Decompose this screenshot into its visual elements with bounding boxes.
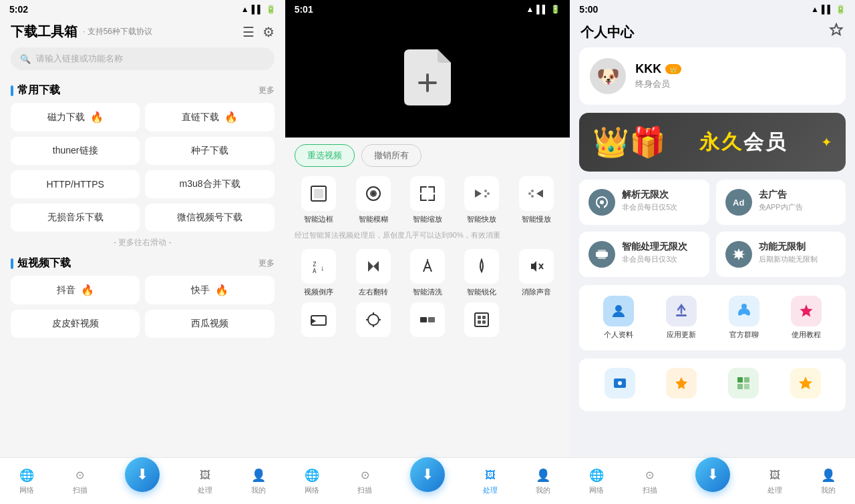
btn-pipixia-label: 皮皮虾视频	[52, 318, 99, 330]
tool-extra4[interactable]	[458, 302, 506, 340]
btn-xigua[interactable]: 西瓜视频	[145, 310, 274, 338]
qa-extra4[interactable]	[790, 368, 821, 402]
settings-icon[interactable]: ⚙	[263, 24, 275, 40]
tool-remove-audio[interactable]: 消除声音	[512, 249, 560, 297]
svg-rect-30	[428, 317, 435, 322]
feature-ad[interactable]: Ad 去广告 免APP内广告	[716, 180, 846, 225]
p1-content: 常用下载 更多 磁力下载 🔥 直链下载 🔥 thuner链接 种子下载 HTTP…	[0, 75, 285, 504]
qa-group[interactable]: 官方群聊	[715, 296, 773, 340]
tool-extra2[interactable]	[349, 302, 397, 340]
tool-smart-clean[interactable]: 智能清洗	[403, 249, 452, 297]
nav-scan-p2[interactable]: ⊙ 扫描	[357, 467, 373, 495]
tool-sharpen[interactable]: 智能锐化	[458, 249, 506, 297]
nav-process-p1[interactable]: 🖼 处理	[197, 467, 213, 495]
btn-torrent[interactable]: 种子下载	[145, 137, 274, 165]
btn-direct[interactable]: 直链下载 🔥	[145, 103, 274, 132]
nav-mine-p3[interactable]: 👤 我的	[820, 467, 836, 495]
reselect-video-btn[interactable]: 重选视频	[295, 144, 355, 167]
tool-flip[interactable]: 左右翻转	[349, 249, 397, 297]
nav-download-btn-p1[interactable]: ⬇	[125, 457, 160, 492]
group-label: 官方群聊	[729, 330, 759, 340]
feature-func[interactable]: 功能无限制 后期新功能无限制	[716, 232, 846, 277]
tool-smart-zoom[interactable]: 智能缩放	[403, 176, 452, 224]
tool-smart-slow[interactable]: 智能慢放	[512, 176, 560, 224]
svg-point-12	[531, 195, 534, 198]
btn-http[interactable]: HTTP/HTTPS	[11, 170, 140, 198]
short-video-more[interactable]: 更多	[259, 258, 275, 269]
qa-tutorial[interactable]: 使用教程	[778, 296, 835, 340]
btn-pipixia[interactable]: 皮皮虾视频	[11, 310, 140, 338]
btn-lossless-label: 无损音乐下载	[47, 212, 104, 224]
panel-personal-center: 5:00 ▲ ▌▌ 🔋 个人中心 🐶 KKK 👑 终身会员	[570, 0, 855, 504]
search-bar[interactable]: 🔍 请输入链接或功能名称	[11, 47, 275, 70]
status-icons-p1: ▲ ▌▌ 🔋	[241, 5, 276, 14]
tool-extra3[interactable]	[403, 302, 452, 340]
qa-extra1[interactable]	[605, 368, 635, 402]
tool-extra1[interactable]	[295, 302, 343, 340]
nav-scan-p3[interactable]: ⊙ 扫描	[642, 467, 658, 495]
feature-parse[interactable]: 解析无限次 非会员每日仅5次	[579, 180, 709, 225]
nav-download-btn-p2[interactable]: ⬇	[410, 457, 445, 492]
tutorial-label: 使用教程	[792, 330, 821, 340]
btn-lossless[interactable]: 无损音乐下载	[11, 204, 140, 232]
nav-download-btn-p3[interactable]: ⬇	[695, 457, 730, 492]
qa-profile[interactable]: 个人资料	[590, 296, 647, 340]
process-feat-desc: 非会员每日仅3次	[622, 254, 699, 264]
btn-kuaishou-icon: 🔥	[215, 284, 228, 296]
process-icon-p3: 🖼	[767, 467, 783, 483]
nav-network-p2[interactable]: 🌐 网络	[304, 467, 320, 495]
tool-grid-row1: 智能边框 智能模糊	[295, 176, 561, 224]
process-icon-p2: 🖼	[482, 467, 498, 483]
svg-rect-29	[420, 317, 427, 322]
tool-smart-border[interactable]: 智能边框	[295, 176, 343, 224]
tool-smart-blur[interactable]: 智能模糊	[349, 176, 397, 224]
extra3-icon	[410, 302, 445, 337]
svg-rect-49	[737, 384, 743, 389]
clipboard-icon[interactable]: ☰	[242, 24, 254, 40]
panel-download-toolbox: 5:02 ▲ ▌▌ 🔋 下载工具箱 · 支持56种下载协议 ☰ ⚙ 🔍 请输入链…	[0, 0, 285, 504]
btn-direct-label: 直链下载	[182, 111, 219, 123]
nav-network-p3[interactable]: 🌐 网络	[588, 467, 605, 495]
extra1-icon	[301, 302, 336, 337]
process-feature-text: 智能处理无限次 非会员每日仅3次	[622, 241, 699, 264]
nav-process-p2[interactable]: 🖼 处理	[482, 467, 498, 495]
vip-banner[interactable]: 👑🎁 永久会员 ✦	[579, 113, 846, 172]
btn-douyin[interactable]: 抖音 🔥	[11, 276, 140, 304]
qa-extra2[interactable]	[666, 368, 697, 402]
extra4-icon	[464, 302, 499, 337]
qa-extra3[interactable]	[728, 368, 759, 402]
btn-kuaishou[interactable]: 快手 🔥	[145, 276, 274, 304]
qa-update[interactable]: 应用更新	[653, 296, 710, 340]
nav-process-p3[interactable]: 🖼 处理	[767, 467, 783, 495]
btn-thuner[interactable]: thuner链接	[11, 137, 140, 165]
nav-mine-p2[interactable]: 👤 我的	[535, 467, 551, 495]
btn-kuaishou-label: 快手	[191, 284, 210, 296]
process-feat-name: 智能处理无限次	[622, 241, 699, 253]
feature-process[interactable]: 智能处理无限次 非会员每日仅3次	[579, 232, 709, 277]
video-preview-area[interactable]	[285, 17, 570, 138]
p3-header: 个人中心	[570, 17, 855, 47]
svg-marker-44	[800, 304, 813, 317]
svg-point-43	[741, 304, 747, 309]
btn-magnet[interactable]: 磁力下载 🔥	[11, 103, 140, 132]
panel-video-editor: 5:01 ▲ ▌▌ 🔋 重选视频 撤销所有	[285, 0, 570, 504]
svg-marker-36	[831, 24, 842, 35]
network-icon-p1: 🌐	[19, 467, 35, 483]
tool-reverse[interactable]: Z A ↓ 视频倒序	[295, 249, 343, 297]
btn-m3u8[interactable]: m3u8合并下载	[145, 170, 274, 198]
common-downloads-more[interactable]: 更多	[259, 85, 275, 96]
nav-network-label-p1: 网络	[19, 485, 34, 495]
cancel-all-btn[interactable]: 撤销所有	[361, 144, 421, 167]
nav-scan-p1[interactable]: ⊙ 扫描	[72, 467, 88, 495]
tool-smart-fast[interactable]: 智能快放	[458, 176, 506, 224]
wifi-icon-p3: ▲	[811, 5, 819, 14]
nav-network-p1[interactable]: 🌐 网络	[19, 467, 35, 495]
signal-icon-p3: ▌▌	[822, 5, 833, 14]
nav-mine-p1[interactable]: 👤 我的	[250, 467, 267, 495]
p3-settings-icon[interactable]	[828, 23, 844, 42]
add-file-button[interactable]	[404, 49, 451, 105]
nav-mine-label-p3: 我的	[821, 485, 836, 495]
status-bar-p1: 5:02 ▲ ▌▌ 🔋	[0, 0, 285, 17]
smart-fast-icon	[464, 176, 499, 211]
btn-wechat[interactable]: 微信视频号下载	[145, 204, 274, 232]
